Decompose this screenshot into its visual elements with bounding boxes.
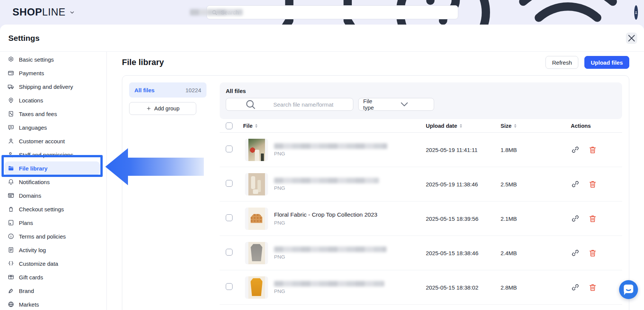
sidebar-item-staff-and-permissions[interactable]: Staff and permissions [5, 148, 100, 161]
file-type-select[interactable]: File type [358, 98, 434, 111]
file-format: PNG [274, 254, 387, 260]
sidebar-item-markets[interactable]: Markets [5, 298, 100, 310]
close-icon [626, 33, 637, 44]
copy-link-icon[interactable] [571, 214, 580, 223]
sidebar-item-checkout-settings[interactable]: Checkout settings [5, 202, 100, 216]
close-button[interactable] [626, 33, 637, 44]
sidebar-item-label: Plans [19, 220, 33, 226]
sidebar-item-terms-and-policies[interactable]: Terms and policies [5, 229, 100, 243]
sidebar-item-shipping-and-delivery[interactable]: Shipping and delivery [5, 80, 100, 93]
sidebar-item-payments[interactable]: Payments [5, 66, 100, 80]
copy-link-icon[interactable] [571, 283, 580, 292]
add-group-label: Add group [154, 105, 180, 112]
sidebar-item-label: Customize data [19, 260, 58, 267]
gear-icon [8, 56, 14, 63]
file-thumbnail[interactable] [245, 173, 268, 195]
sidebar-item-plans[interactable]: Plans [5, 216, 100, 229]
table-row: PNG2025-05-15 18:38:022.8MB [220, 270, 622, 305]
sidebar-item-notifications[interactable]: Notifications [5, 175, 100, 189]
copy-link-icon[interactable] [571, 145, 580, 154]
sidebar-item-label: Taxes and fees [19, 111, 57, 117]
column-file: File [243, 123, 253, 129]
file-thumbnail[interactable] [245, 242, 268, 264]
row-checkbox[interactable] [226, 249, 233, 256]
file-thumbnail[interactable] [245, 139, 268, 161]
sidebar-item-label: Customer account [19, 138, 65, 144]
table-row: PNG2025-05-15 18:38:462.4MB [220, 236, 622, 270]
row-checkbox[interactable] [226, 146, 233, 152]
user-icon [634, 5, 638, 20]
file-name-redacted [274, 246, 387, 252]
browser-icon [8, 192, 14, 199]
bell-icon [8, 178, 14, 185]
file-name[interactable]: Floral Fabric - Crop Top Collection 2023 [274, 211, 377, 218]
select-all-checkbox[interactable] [226, 122, 233, 129]
file-size: 2.4MB [501, 250, 571, 256]
file-plus-icon [8, 219, 14, 226]
svg-text:EN: EN [9, 126, 12, 128]
sidebar-item-brand[interactable]: Brand [5, 284, 100, 298]
add-group-button[interactable]: Add group [129, 102, 196, 115]
file-thumbnail[interactable] [245, 208, 268, 230]
settings-header: Settings [0, 25, 644, 52]
delete-icon[interactable] [588, 214, 597, 223]
column-size: Size [501, 123, 512, 129]
filter-heading: All files [226, 88, 616, 94]
group-all-files[interactable]: All files 10224 [129, 82, 206, 98]
avatar[interactable] [634, 5, 638, 20]
search-icon [231, 98, 270, 110]
upload-files-button[interactable]: Upload files [584, 56, 629, 69]
chat-bubble-button[interactable] [619, 280, 638, 299]
copy-link-icon[interactable] [571, 248, 580, 257]
delete-icon[interactable] [588, 283, 597, 292]
sidebar-item-gift-cards[interactable]: Gift cards [5, 270, 100, 284]
table-row: Floral Fabric - Crop Top Collection 2023… [220, 202, 622, 236]
row-checkbox[interactable] [226, 283, 233, 290]
sidebar-item-label: Payments [19, 70, 44, 76]
delete-icon[interactable] [588, 248, 597, 257]
sidebar-item-locations[interactable]: Locations [5, 93, 100, 107]
file-search[interactable] [226, 98, 353, 111]
file-search-input[interactable] [273, 101, 348, 108]
file-thumbnail[interactable] [245, 276, 268, 299]
sidebar-item-customer-account[interactable]: Customer account [5, 134, 100, 148]
file-list-panel: All files File type [220, 82, 622, 310]
global-search[interactable] [206, 5, 458, 19]
sidebar-item-domains[interactable]: Domains [5, 189, 100, 202]
info-circle-icon [8, 233, 14, 240]
global-search-input[interactable] [221, 9, 453, 16]
christmas-gift-image [248, 139, 265, 161]
refresh-button[interactable]: Refresh [545, 56, 578, 69]
shopline-logo[interactable]: SHOPLINE [12, 6, 75, 18]
yellow-cardigan-image [248, 276, 265, 299]
delete-icon[interactable] [588, 180, 597, 189]
copy-link-icon[interactable] [571, 180, 580, 189]
main-content: File library Refresh Upload files All fi… [107, 52, 644, 310]
sidebar-item-label: Markets [19, 301, 39, 308]
sidebar-item-label: File library [19, 165, 48, 172]
group-label: All files [134, 87, 154, 93]
sort-icon[interactable] [255, 124, 257, 128]
map-pin-icon [8, 97, 14, 104]
plus-icon [146, 106, 151, 111]
sidebar-item-languages[interactable]: ENLanguages [5, 121, 100, 134]
sidebar-item-activity-log[interactable]: Activity log [5, 243, 100, 257]
upload-date: 2025-05-19 11:41:11 [426, 147, 501, 153]
row-checkbox[interactable] [226, 180, 233, 187]
file-name-redacted [274, 178, 379, 183]
table-row: PNG2025-05-19 11:41:111.8MB [220, 133, 622, 167]
sidebar-item-customize-data[interactable]: Customize data [5, 257, 100, 270]
delete-icon[interactable] [588, 145, 597, 154]
sidebar-item-label: Brand [19, 288, 34, 294]
row-checkbox[interactable] [226, 214, 233, 221]
sidebar-item-taxes-and-fees[interactable]: Taxes and fees [5, 107, 100, 121]
sort-icon[interactable] [460, 124, 462, 128]
settings-panel: Settings Basic settingsPaymentsShipping … [0, 25, 644, 310]
sidebar-item-label: Locations [19, 97, 43, 104]
sidebar-item-basic-settings[interactable]: Basic settings [5, 53, 100, 66]
store-name-redacted [190, 9, 243, 16]
file-size: 2.1MB [501, 215, 571, 222]
upload-date: 2025-05-15 18:39:56 [426, 215, 501, 222]
sidebar-item-file-library[interactable]: File library [5, 161, 100, 175]
sort-icon[interactable] [514, 124, 516, 128]
